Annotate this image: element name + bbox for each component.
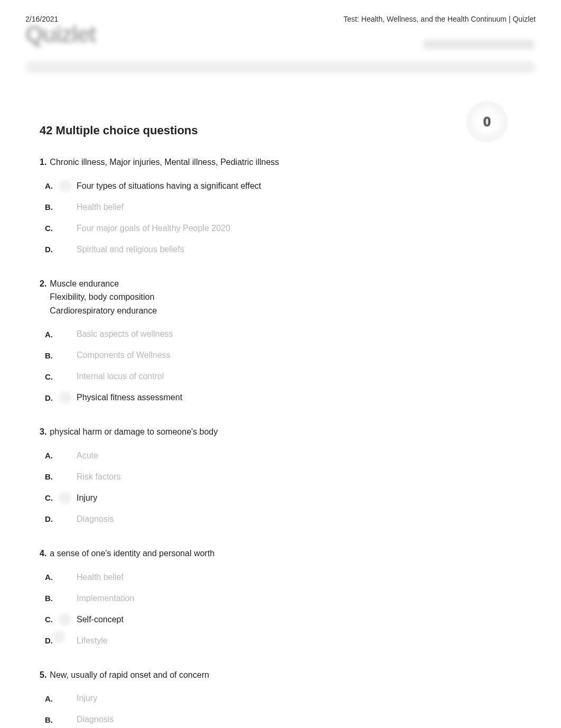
question-header: 2.Muscle enduranceFlexibility, body comp… [40, 277, 521, 318]
question-number: 1. [40, 155, 46, 169]
option-letter: C. [45, 372, 59, 381]
option-text: Four types of situations having a signif… [77, 181, 261, 191]
option-letter: D. [45, 514, 59, 523]
option-letter: C. [45, 493, 59, 502]
quizlet-logo: Quizlet [25, 21, 96, 48]
option-letter: B. [45, 351, 59, 360]
option[interactable]: A.Health belief [40, 571, 521, 584]
option[interactable]: D.Spiritual and religious beliefs [40, 243, 521, 256]
option-text: Diagnosis [77, 715, 114, 724]
option-text: Self-concept [77, 615, 124, 624]
option-text: Physical fitness assessment [77, 393, 182, 402]
question-text: a sense of one's identity and personal w… [50, 547, 214, 560]
option-text: Implementation [77, 594, 134, 603]
question: 4.a sense of one's identity and personal… [40, 547, 521, 647]
option[interactable]: D.Physical fitness assessment [40, 391, 521, 404]
header-blur-right [424, 40, 535, 49]
option-text: Internal locus of control [77, 372, 164, 381]
question-text: New, usually of rapid onset and of conce… [50, 668, 209, 682]
option-letter: A. [45, 694, 59, 703]
option[interactable]: B.Implementation [40, 592, 521, 605]
option-letter: A. [45, 451, 59, 460]
option-text: Injury [77, 493, 97, 503]
score-badge: 0 [466, 100, 508, 143]
option-text: Four major goals of Healthy People 2020 [77, 224, 230, 233]
section-title: 42 Multiple choice questions [40, 124, 521, 137]
option-text: Diagnosis [77, 514, 114, 524]
option-text: Acute [77, 451, 98, 460]
question-number: 3. [40, 425, 46, 439]
question: 2.Muscle enduranceFlexibility, body comp… [40, 277, 521, 404]
question-header: 3.physical harm or damage to someone's b… [40, 425, 521, 439]
option-marker [59, 613, 71, 626]
option-text: Risk factors [77, 472, 121, 482]
option-letter: B. [45, 472, 59, 481]
divider-blur [26, 61, 535, 73]
option[interactable]: C.Injury [40, 492, 521, 504]
option[interactable]: C.Four major goals of Healthy People 202… [40, 222, 521, 235]
question-text: physical harm or damage to someone's bod… [50, 425, 218, 439]
question-header: 1.Chronic illness, Major injuries, Menta… [40, 155, 521, 169]
option-letter: B. [45, 202, 59, 211]
question-number: 5. [40, 668, 46, 682]
question-text: Chronic illness, Major injuries, Mental … [50, 155, 279, 169]
questions-container: 1.Chronic illness, Major injuries, Menta… [40, 155, 521, 726]
question-number: 4. [40, 547, 46, 560]
option[interactable]: B.Components of Wellness [40, 349, 521, 362]
question-header: 5.New, usually of rapid onset and of con… [40, 668, 521, 682]
option-letter: A. [45, 330, 59, 339]
option[interactable]: A.Acute [40, 449, 521, 462]
option[interactable]: B.Health belief [40, 201, 521, 214]
option-letter: D. [45, 245, 59, 254]
option[interactable]: C.Self-concept [40, 613, 521, 626]
option[interactable]: D.Lifestyle [40, 634, 521, 647]
option-letter: C. [45, 224, 59, 233]
partial-marker [53, 631, 71, 643]
option-text: Lifestyle [77, 636, 108, 646]
option[interactable]: A.Basic aspects of wellness [40, 328, 521, 340]
option-marker [59, 492, 71, 504]
score-value: 0 [483, 114, 491, 130]
option-text: Components of Wellness [77, 351, 171, 360]
option[interactable]: D.Diagnosis [40, 513, 521, 526]
page-header: 2/16/2021 Test: Health, Wellness, and th… [0, 0, 561, 23]
option-letter: A. [45, 181, 59, 190]
option[interactable]: C.Internal locus of control [40, 370, 521, 383]
option-text: Injury [77, 694, 97, 703]
option-letter: B. [45, 594, 59, 603]
question-number: 2. [40, 277, 46, 318]
option-letter: A. [45, 573, 59, 582]
option-text: Health belief [77, 573, 124, 582]
option-text: Health belief [77, 202, 124, 212]
option-marker [59, 391, 71, 404]
option-letter: B. [45, 715, 59, 724]
option[interactable]: B.Diagnosis [40, 713, 521, 726]
question: 1.Chronic illness, Major injuries, Menta… [40, 155, 521, 256]
question: 3.physical harm or damage to someone's b… [40, 425, 521, 526]
option[interactable]: A.Injury [40, 692, 521, 705]
option-text: Basic aspects of wellness [77, 329, 173, 339]
question-text: Muscle enduranceFlexibility, body compos… [50, 277, 157, 318]
option[interactable]: B.Risk factors [40, 471, 521, 483]
option-letter: C. [45, 615, 59, 624]
header-title: Test: Health, Wellness, and the Health C… [343, 15, 536, 23]
question-header: 4.a sense of one's identity and personal… [40, 547, 521, 560]
option-marker [59, 180, 71, 192]
option[interactable]: A.Four types of situations having a sign… [40, 180, 521, 192]
option-text: Spiritual and religious beliefs [77, 245, 184, 254]
option-letter: D. [45, 393, 59, 402]
question: 5.New, usually of rapid onset and of con… [40, 668, 521, 726]
